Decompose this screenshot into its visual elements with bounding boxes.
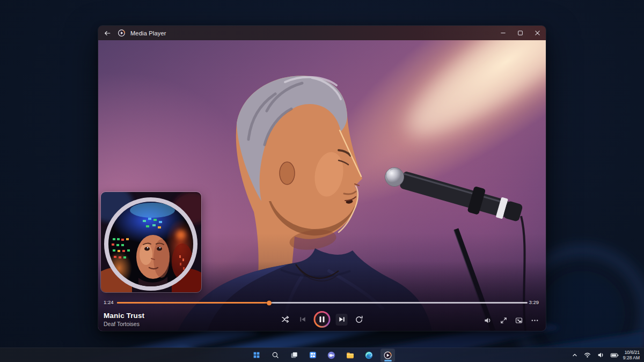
back-button[interactable] [101,27,113,39]
titlebar: Media Player [98,26,546,40]
file-explorer-icon [346,351,355,360]
window-caption-controls [494,26,546,40]
search-icon [271,351,280,359]
secondary-controls [482,315,540,325]
wifi-icon [583,351,591,359]
back-arrow-icon [104,29,111,37]
fullscreen-icon [500,316,508,324]
taskbar-item-edge[interactable] [362,349,376,362]
mini-player-button[interactable] [514,315,524,325]
battery-icon [610,352,619,359]
taskbar-center [249,348,395,362]
taskbar-item-file-explorer[interactable] [343,349,357,362]
media-player-window: Media Player [98,26,546,331]
track-title: Manic Trust [104,312,144,320]
track-info: Manic Trust Deaf Tortoises [104,312,144,327]
tray-date: 10/6/21 [623,350,640,355]
seek-row: 1:24 3:29 [98,298,546,307]
next-button[interactable] [336,314,348,326]
elapsed-time: 1:24 [104,299,114,305]
media-player-app-icon [118,29,126,37]
tray-chevron-up-button[interactable] [570,351,579,359]
widgets-icon [309,351,317,359]
speaker-icon [597,351,605,359]
repeat-icon [354,315,363,324]
repeat-button[interactable] [353,314,365,326]
taskbar-item-media-player[interactable] [380,349,395,362]
pip-thumbnail[interactable] [101,192,201,292]
volume-icon [484,316,492,324]
more-options-icon [531,316,539,324]
system-tray: 10/6/21 9:28 AM [570,348,641,362]
taskbar-item-search[interactable] [268,349,282,362]
window-title: Media Player [130,30,166,36]
skip-next-icon [338,315,346,323]
pause-icon [315,313,329,327]
seek-thumb[interactable] [267,300,272,305]
previous-button[interactable] [297,314,309,326]
taskbar: 10/6/21 9:28 AM [0,348,644,362]
skip-previous-icon [298,315,306,323]
tray-clock[interactable]: 10/6/21 9:28 AM [623,350,641,360]
taskbar-item-start[interactable] [249,349,264,362]
tray-wifi-button[interactable] [582,350,592,360]
fullscreen-button[interactable] [498,315,509,325]
track-artist: Deaf Tortoises [104,321,144,327]
tray-battery-button[interactable] [609,351,620,360]
astronaut-face [136,235,170,292]
media-player-taskbar-icon [383,351,392,360]
shuffle-button[interactable] [280,314,291,326]
mini-player-icon [515,316,523,324]
transport-controls [280,311,365,328]
active-window-indicator [384,360,392,361]
total-time: 3:29 [529,299,539,305]
chat-icon [327,351,336,360]
tray-time: 9:28 AM [623,355,640,360]
tray-volume-button[interactable] [596,350,606,360]
taskbar-item-task-view[interactable] [287,349,301,362]
volume-button[interactable] [482,315,493,325]
start-icon [252,351,261,359]
task-view-icon [290,351,298,359]
seek-progress [117,302,269,304]
maximize-button[interactable] [511,26,529,40]
edge-icon [364,351,374,360]
shuffle-icon [281,315,290,323]
taskbar-item-widgets[interactable] [305,349,320,362]
more-options-button[interactable] [529,315,540,325]
astronaut-thumbnail-art [101,192,201,292]
pause-button[interactable] [314,311,331,328]
minimize-button[interactable] [494,26,511,40]
chevron-up-icon [572,352,578,358]
desktop: Media Player [0,0,644,362]
seek-bar[interactable] [117,302,528,304]
close-button[interactable] [529,26,546,40]
taskbar-item-chat[interactable] [324,349,339,362]
